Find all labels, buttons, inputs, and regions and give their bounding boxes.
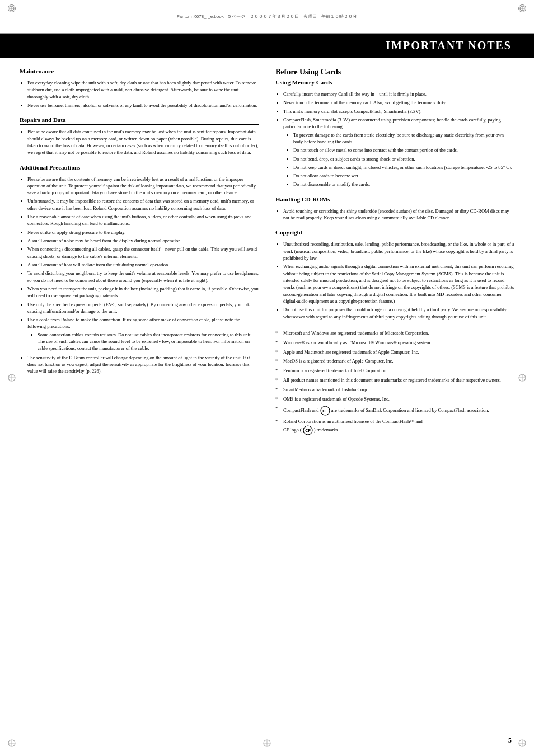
- corner-mark-tl: [8, 4, 16, 12]
- title-bar: IMPORTANT NOTES: [0, 34, 534, 58]
- trademark-item: * SmartMedia is a trademark of Toshiba C…: [275, 387, 514, 393]
- copyright-list: Unauthorized recording, distribution, sa…: [275, 241, 514, 320]
- list-item: Never touch the terminals of the memory …: [283, 99, 514, 106]
- section-copyright: Copyright Unauthorized recording, distri…: [275, 229, 514, 320]
- trademark-item: * Roland Corporation is an authorized li…: [275, 419, 514, 435]
- cd-roms-title: Handling CD-ROMs: [275, 196, 514, 204]
- list-item: Please be aware that the contents of mem…: [27, 176, 259, 196]
- list-item: Some connection cables contain resistors…: [38, 331, 259, 352]
- list-item: This unit's memory card slot accepts Com…: [283, 108, 514, 115]
- section-cd-roms: Handling CD-ROMs Avoid touching or scrat…: [275, 196, 514, 222]
- list-item: A small amount of noise may be heard fro…: [27, 237, 259, 244]
- list-item: Unauthorized recording, distribution, sa…: [283, 241, 514, 261]
- trademark-text: Windows® is known officially as: "Micros…: [283, 340, 433, 346]
- trademark-list: * Microsoft and Windows are registered t…: [275, 330, 514, 435]
- trademark-item: * Windows® is known officially as: "Micr…: [275, 340, 514, 346]
- repairs-title: Repairs and Data: [20, 116, 259, 125]
- trademark-item: * All product names mentioned in this do…: [275, 377, 514, 384]
- section-additional: Additional Precautions Please be aware t…: [20, 164, 259, 375]
- star-icon: *: [275, 406, 281, 416]
- list-item: Use a cable from Roland to make the conn…: [27, 316, 259, 352]
- list-item: A small amount of heat will radiate from…: [27, 261, 259, 268]
- list-item: Please be aware that all data contained …: [27, 128, 259, 156]
- additional-list: Please be aware that the contents of mem…: [20, 176, 259, 375]
- star-icon: *: [275, 387, 281, 393]
- side-mark-left: [8, 374, 16, 383]
- corner-mark-br: [518, 739, 526, 748]
- star-icon: *: [275, 368, 281, 374]
- star-icon: *: [275, 340, 281, 346]
- trademark-item: * Apple and Macintosh are registered tra…: [275, 349, 514, 356]
- trademark-item: * Pentium is a registered trademark of I…: [275, 368, 514, 374]
- svg-text:CF: CF: [322, 409, 328, 413]
- list-item: Carefully insert the memory Card all the…: [283, 91, 514, 97]
- page-number: 5: [508, 736, 512, 745]
- list-item: Never use benzine, thinners, alcohol or …: [27, 102, 259, 109]
- right-column: Before Using Cards Using Memory Cards Ca…: [275, 68, 514, 438]
- additional-title: Additional Precautions: [20, 164, 259, 172]
- list-item: Avoid touching or scratching the shiny u…: [283, 208, 514, 222]
- memory-cards-list: Carefully insert the memory Card all the…: [275, 91, 514, 188]
- list-item: Unfortunately, it may be impossible to r…: [27, 198, 259, 212]
- list-item: Do not use this unit for purposes that c…: [283, 306, 514, 320]
- trademark-text: Apple and Macintosh are registered trade…: [283, 349, 419, 356]
- list-item: For everyday cleaning wipe the unit with…: [27, 79, 259, 100]
- star-icon: *: [275, 396, 281, 403]
- repairs-list: Please be aware that all data contained …: [20, 128, 259, 156]
- memory-cards-title: Using Memory Cards: [275, 79, 514, 87]
- corner-mark-tr: [518, 4, 526, 12]
- main-content: Maintenance For everyday cleaning wipe t…: [0, 68, 534, 438]
- list-item: The sensitivity of the D Beam controller…: [27, 354, 259, 375]
- maintenance-title: Maintenance: [20, 68, 259, 76]
- trademark-text: MacOS is a registered trademark of Apple…: [283, 358, 394, 365]
- list-item: Do not bend, drop, or subject cards to s…: [293, 156, 514, 162]
- before-using-title: Before Using Cards: [275, 68, 514, 77]
- list-item: When you need to transport the unit, pac…: [27, 285, 259, 299]
- page-title: IMPORTANT NOTES: [386, 39, 512, 51]
- trademark-text: OMS is a registered trademark of Opcode …: [283, 396, 390, 403]
- corner-mark-bl: [8, 739, 16, 748]
- star-icon: *: [275, 419, 281, 435]
- trademark-item: * OMS is a registered trademark of Opcod…: [275, 396, 514, 403]
- section-before-using: Before Using Cards Using Memory Cards Ca…: [275, 68, 514, 435]
- list-item: Do not keep cards in direct sunlight, in…: [293, 164, 514, 171]
- list-item: Use a reasonable amount of care when usi…: [27, 213, 259, 227]
- trademark-text: All product names mentioned in this docu…: [283, 377, 501, 384]
- section-maintenance: Maintenance For everyday cleaning wipe t…: [20, 68, 259, 109]
- corner-mark-bc: [263, 739, 271, 748]
- trademark-text: Pentium is a registered trademark of Int…: [283, 368, 387, 374]
- list-item: Use only the specified expression pedal …: [27, 301, 259, 315]
- trademark-text: Roland Corporation is an authorized lice…: [283, 419, 423, 435]
- trademark-text: Microsoft and Windows are registered tra…: [283, 330, 429, 337]
- star-icon: *: [275, 330, 281, 337]
- star-icon: *: [275, 349, 281, 356]
- list-item: Do not disassemble or modify the cards.: [293, 181, 514, 187]
- list-item: To avoid disturbing your neighbors, try …: [27, 270, 259, 284]
- trademark-text: SmartMedia is a trademark of Toshiba Cor…: [283, 387, 368, 393]
- list-item: When exchanging audio signals through a …: [283, 263, 514, 304]
- trademark-item: * MacOS is a registered trademark of App…: [275, 358, 514, 365]
- trademark-item: * CompactFlash and CF are trademarks of …: [275, 406, 514, 416]
- copyright-title: Copyright: [275, 229, 514, 237]
- section-repairs: Repairs and Data Please be aware that al…: [20, 116, 259, 156]
- left-column: Maintenance For everyday cleaning wipe t…: [20, 68, 259, 438]
- list-item: Never strike or apply strong pressure to…: [27, 229, 259, 236]
- cd-roms-list: Avoid touching or scratching the shiny u…: [275, 208, 514, 222]
- trademark-text: CompactFlash and CF are trademarks of Sa…: [283, 406, 489, 416]
- list-item: CompactFlash, Smartmedia (3.3V) are cons…: [283, 116, 514, 188]
- svg-text:CF: CF: [305, 429, 311, 433]
- trademark-item: * Microsoft and Windows are registered t…: [275, 330, 514, 337]
- list-item: Do not touch or allow metal to come into…: [293, 147, 514, 153]
- header-text: Fantom-X678_r_e.book 5 ページ ２０００７年３月２０日 火…: [17, 13, 517, 20]
- list-item: When connecting / disconnecting all cabl…: [27, 246, 259, 260]
- section-memory-cards: Using Memory Cards Carefully insert the …: [275, 79, 514, 188]
- list-item: Do not allow cards to become wet.: [293, 172, 514, 179]
- maintenance-list: For everyday cleaning wipe the unit with…: [20, 79, 259, 109]
- page: Fantom-X678_r_e.book 5 ページ ２０００７年３月２０日 火…: [0, 0, 534, 756]
- sub-list: Some connection cables contain resistors…: [27, 331, 259, 352]
- star-icon: *: [275, 358, 281, 365]
- list-item: To prevent damage to the cards from stat…: [293, 132, 514, 145]
- memory-sub-list: To prevent damage to the cards from stat…: [283, 132, 514, 188]
- star-icon: *: [275, 377, 281, 384]
- side-mark-right: [518, 374, 526, 383]
